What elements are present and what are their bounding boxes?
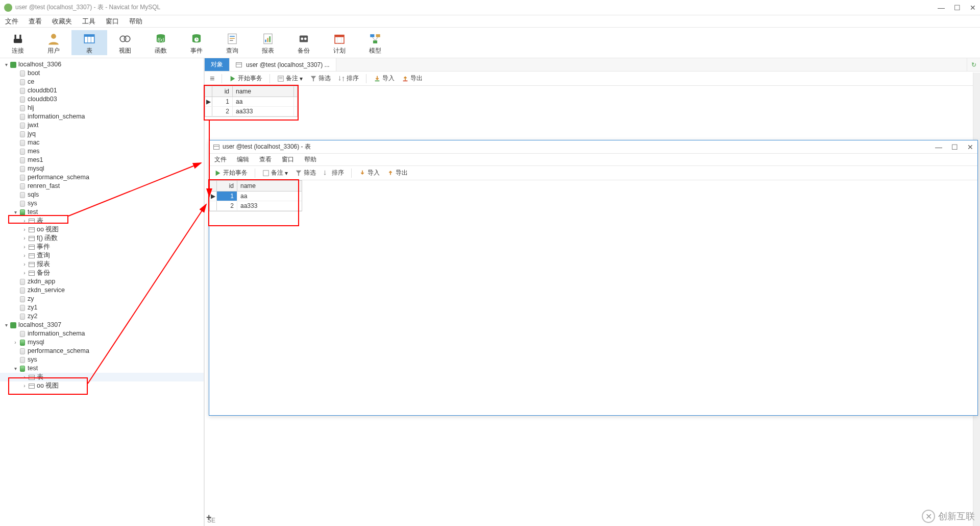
ribbon-plug[interactable]: 连接 [0,30,36,55]
ribbon-backup[interactable]: 备份 [286,30,322,55]
ribbon-plan[interactable]: 计划 [322,30,357,55]
ribbon-query[interactable]: 查询 [214,30,250,55]
table-row[interactable]: ▶1aa [205,97,297,107]
tree-db-zy1[interactable]: zy1 [0,303,204,312]
memo-button[interactable]: 备注 ▾ [277,74,303,83]
table-row[interactable]: 2aa333 [210,201,302,211]
cell-id[interactable]: 1 [212,97,233,106]
menu-window[interactable]: 窗口 [106,17,119,26]
tree-db-jwxt[interactable]: jwxt [0,121,204,130]
column-header-id[interactable]: id [217,181,237,191]
column-header-name[interactable]: name [233,86,294,97]
ribbon-report[interactable]: 报表 [250,30,286,55]
expand-icon[interactable]: ▾ [3,60,9,69]
cell-name[interactable]: aa333 [233,107,294,116]
tree-db-zy2[interactable]: zy2 [0,312,204,321]
column-header-name[interactable]: name [237,181,299,191]
inner-menu-help[interactable]: 帮助 [304,155,316,164]
inner-menu-file[interactable]: 文件 [214,155,227,164]
tree-db-sys[interactable]: sys [0,199,204,208]
cell-name[interactable]: aa [233,97,294,106]
inner-memo-button[interactable]: 备注 ▾ [262,169,288,177]
close-icon[interactable]: ✕ [970,4,976,12]
inner-menu-window[interactable]: 窗口 [282,155,294,164]
tree-test-child-4[interactable]: ›查询 [0,251,204,260]
expand-icon[interactable]: › [12,338,18,347]
expand-icon[interactable]: › [21,269,28,278]
cell-id[interactable]: 2 [212,107,233,116]
tree-db-sqls[interactable]: sqls [0,190,204,199]
start-transaction-button[interactable]: 开始事务 [229,74,262,83]
tree-test-child-1[interactable]: ›oo 视图 [0,225,204,234]
tree-db-mes1[interactable]: mes1 [0,156,204,164]
tree-test2-child-1[interactable]: ›oo 视图 [0,381,204,390]
tab-objects[interactable]: 对象 [205,58,230,71]
tree-db-mes[interactable]: mes [0,147,204,156]
tree-db-zy[interactable]: zy [0,295,204,303]
data-grid-3306[interactable]: idname▶1aa2aa333 [209,180,302,211]
expand-icon[interactable]: ▾ [12,208,18,217]
ribbon-event[interactable]: 事件 [179,30,214,55]
table-row[interactable]: 2aa333 [205,107,297,116]
tree-test-child-2[interactable]: ›f() 函数 [0,234,204,243]
expand-icon[interactable]: › [21,217,28,226]
tree-test-child-0[interactable]: ›表 [0,217,204,225]
expand-icon[interactable]: › [21,381,28,391]
tree-connection-3307[interactable]: ▾localhost_3307 [0,321,204,329]
tree-connection-3306[interactable]: ▾localhost_3306 [0,60,204,69]
tree-test2-child-0[interactable]: ›表 [0,373,204,381]
tree-db-sys[interactable]: sys [0,355,204,364]
tab-data[interactable]: user @test (localhost_3307) ... [230,58,336,71]
menu-fav[interactable]: 收藏夹 [52,17,72,26]
tree-db-clouddb03[interactable]: clouddb03 [0,95,204,104]
expand-icon[interactable]: ▾ [12,364,18,373]
sort-button[interactable]: 排序 [338,74,359,83]
tree-db-zkdn_service[interactable]: zkdn_service [0,286,204,295]
inner-sort-button[interactable]: 排序 [323,169,344,177]
ribbon-model[interactable]: 模型 [357,30,393,55]
tree-test-child-5[interactable]: ›报表 [0,260,204,269]
inner-menu-view[interactable]: 查看 [259,155,272,164]
tree-db-boot[interactable]: boot [0,69,204,78]
tree-db-performance_schema[interactable]: performance_schema [0,347,204,355]
tree-db-jyq[interactable]: jyq [0,130,204,138]
expand-icon[interactable]: › [21,225,28,234]
tree-db-hlj[interactable]: hlj [0,104,204,112]
import-button[interactable]: 导入 [374,74,395,83]
cell-name[interactable]: aa [237,192,299,201]
cell-id[interactable]: 2 [217,201,237,210]
tree-db-mysql[interactable]: ›mysql [0,338,204,347]
expand-icon[interactable]: › [21,260,28,269]
expand-icon[interactable]: › [21,251,28,260]
inner-maximize-icon[interactable]: ☐ [951,143,958,151]
connection-tree[interactable]: ▾localhost_3306bootceclouddb01clouddb03h… [0,58,204,526]
cell-id[interactable]: 1 [217,192,237,201]
tree-db-test-3307[interactable]: ▾test [0,364,204,373]
inner-filter-button[interactable]: 筛选 [295,169,316,177]
cell-name[interactable]: aa333 [237,201,299,210]
tree-test-child-3[interactable]: ›事件 [0,243,204,251]
expand-icon[interactable]: › [21,234,28,243]
data-grid-3307[interactable]: idname▶1aa2aa333 [205,86,298,117]
menu-tools[interactable]: 工具 [82,17,95,26]
minimize-icon[interactable]: — [938,4,945,12]
inner-import-button[interactable]: 导入 [359,169,380,177]
ribbon-view[interactable]: 视图 [107,30,143,55]
tree-db-performance_schema[interactable]: performance_schema [0,173,204,182]
hamburger-icon[interactable]: ≡ [210,74,214,83]
tree-db-clouddb01[interactable]: clouddb01 [0,86,204,95]
expand-icon[interactable]: › [21,373,28,382]
tree-db-renren_fast[interactable]: renren_fast [0,182,204,190]
expand-icon[interactable]: ▾ [3,321,9,330]
tree-db-mysql[interactable]: mysql [0,164,204,173]
ribbon-table[interactable]: 表 [71,30,107,55]
ribbon-user[interactable]: 用户 [36,30,71,55]
inner-start-transaction-button[interactable]: 开始事务 [214,169,248,177]
tree-db-ce[interactable]: ce [0,78,204,86]
tree-test-child-6[interactable]: ›备份 [0,269,204,277]
menu-view[interactable]: 查看 [29,17,42,26]
filter-button[interactable]: 筛选 [310,74,331,83]
tree-db-test-3306[interactable]: ▾test [0,208,204,217]
inner-export-button[interactable]: 导出 [387,169,408,177]
export-button[interactable]: 导出 [402,74,423,83]
